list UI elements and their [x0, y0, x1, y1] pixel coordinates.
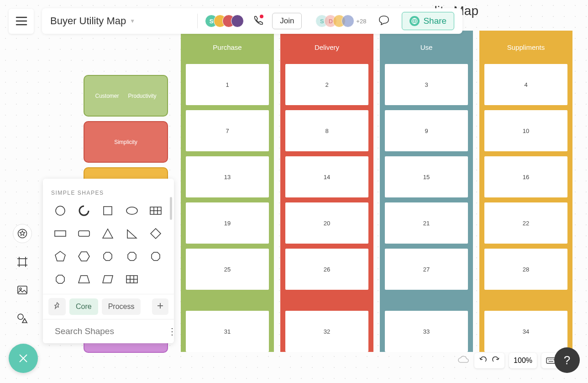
- add-library-button[interactable]: [152, 298, 168, 315]
- column-suppliments[interactable]: Suppliments 4 10 16 22 28 34: [479, 31, 572, 352]
- frame-tool-button[interactable]: [13, 252, 32, 271]
- grid-cell[interactable]: 15: [385, 156, 468, 197]
- avatar-overflow-count[interactable]: +28: [356, 18, 366, 25]
- pin-icon: [53, 302, 61, 309]
- share-label: Share: [423, 16, 446, 26]
- shapes-tool-button[interactable]: [13, 309, 32, 328]
- tab-core[interactable]: Core: [69, 298, 98, 315]
- close-icon: [18, 353, 28, 363]
- svg-rect-9: [18, 286, 27, 294]
- chat-bubble-icon: [378, 15, 390, 25]
- question-icon: ?: [564, 353, 570, 367]
- grid-cell[interactable]: 13: [186, 156, 269, 197]
- grid-cell[interactable]: 32: [285, 311, 368, 352]
- row-card-customer-productivity[interactable]: Customer Productivity: [84, 75, 168, 117]
- svg-rect-22: [79, 231, 89, 236]
- collaborator-avatars-secondary[interactable]: S D +28: [315, 15, 366, 27]
- shape-octagon-2[interactable]: [147, 248, 165, 265]
- shape-rounded-rectangle[interactable]: [75, 225, 93, 242]
- svg-point-10: [20, 288, 21, 290]
- grid-cell[interactable]: 7: [186, 110, 269, 151]
- shape-ellipse[interactable]: [123, 202, 141, 219]
- join-button[interactable]: Join: [272, 13, 302, 29]
- shape-search-input[interactable]: [55, 326, 163, 336]
- shape-search-menu-button[interactable]: ⋮: [168, 326, 176, 337]
- shape-square[interactable]: [99, 202, 117, 219]
- call-button[interactable]: [253, 15, 263, 27]
- column-delivery[interactable]: Delivery 2 8 14 20 26 32: [280, 31, 373, 352]
- undo-redo-group: [474, 353, 504, 368]
- shape-triangle[interactable]: [99, 225, 117, 242]
- shape-parallelogram[interactable]: [99, 271, 117, 287]
- shape-circle[interactable]: [51, 202, 69, 219]
- shape-diamond[interactable]: [147, 225, 165, 242]
- grid-cell[interactable]: 20: [285, 202, 368, 244]
- tab-process[interactable]: Process: [102, 298, 141, 315]
- shape-pentagon[interactable]: [51, 248, 69, 265]
- redo-button[interactable]: [492, 356, 500, 365]
- grid-cell[interactable]: 21: [385, 202, 468, 244]
- shapes-panel: SIMPLE SHAPES Core Process: [43, 179, 174, 343]
- avatar[interactable]: [341, 15, 354, 27]
- frame-icon: [16, 256, 28, 268]
- grid-cell[interactable]: 25: [186, 249, 269, 290]
- grid-cell[interactable]: 19: [186, 202, 269, 244]
- shape-arc[interactable]: [75, 202, 93, 219]
- column-header: Use: [380, 43, 473, 64]
- title-card: Buyer Utility Map ▼ S Join S D +28: [42, 8, 462, 34]
- close-panel-button[interactable]: [9, 344, 38, 373]
- shape-rectangle[interactable]: [51, 225, 69, 242]
- undo-button[interactable]: [479, 356, 487, 365]
- zoom-level[interactable]: 100%: [509, 353, 537, 368]
- row-label: Simplicity: [114, 139, 137, 145]
- avatar[interactable]: [231, 15, 244, 27]
- topbar: Buyer Utility Map ▼ S Join S D +28: [9, 8, 462, 34]
- svg-point-14: [56, 206, 65, 215]
- document-title-dropdown[interactable]: Buyer Utility Map ▼: [50, 15, 190, 27]
- row-card-simplicity[interactable]: Simplicity: [84, 121, 168, 163]
- shape-octagon-small[interactable]: [99, 248, 117, 265]
- shape-table[interactable]: [147, 202, 165, 219]
- grid-cell[interactable]: 33: [385, 311, 468, 352]
- favorites-tool-button[interactable]: [13, 224, 32, 243]
- undo-icon: [479, 356, 487, 363]
- grid-cell[interactable]: 4: [484, 64, 567, 105]
- grid-cell[interactable]: 3: [385, 64, 468, 105]
- shape-hexagon[interactable]: [75, 248, 93, 265]
- grid-cell[interactable]: 27: [385, 249, 468, 290]
- shape-octagon-3[interactable]: [51, 271, 69, 287]
- grid-cell[interactable]: 10: [484, 110, 567, 151]
- grid-cell[interactable]: 14: [285, 156, 368, 197]
- image-tool-button[interactable]: [13, 281, 32, 300]
- pin-button[interactable]: [48, 298, 66, 315]
- collaborator-avatars-primary[interactable]: S: [205, 15, 244, 27]
- shape-trapezoid[interactable]: [75, 271, 93, 287]
- divider: [197, 14, 198, 28]
- grid-cell[interactable]: 16: [484, 156, 567, 197]
- grid-cell[interactable]: 2: [285, 64, 368, 105]
- column-purchase[interactable]: Purchase 1 7 13 19 25 31: [181, 31, 274, 352]
- menu-button[interactable]: [9, 9, 34, 34]
- shape-grid[interactable]: [123, 271, 141, 287]
- sync-status[interactable]: [457, 355, 470, 367]
- grid-cell[interactable]: 28: [484, 249, 567, 290]
- grid-cell[interactable]: 34: [484, 311, 567, 352]
- shape-grid: [43, 202, 174, 294]
- grid-cell[interactable]: 22: [484, 202, 567, 244]
- grid-cell[interactable]: 26: [285, 249, 368, 290]
- svg-point-16: [126, 207, 137, 214]
- scrollbar-thumb[interactable]: [170, 197, 172, 220]
- shape-right-triangle[interactable]: [123, 225, 141, 242]
- help-button[interactable]: ?: [554, 347, 580, 373]
- plus-icon: [157, 303, 163, 309]
- share-button[interactable]: Share: [402, 12, 454, 30]
- column-header: Suppliments: [479, 43, 572, 64]
- comments-button[interactable]: [378, 15, 390, 27]
- grid-cell[interactable]: 8: [285, 110, 368, 151]
- grid-cell[interactable]: 31: [186, 311, 269, 352]
- shape-octagon[interactable]: [123, 248, 141, 265]
- shape-library-tabs: Core Process: [43, 294, 174, 319]
- column-use[interactable]: Use 3 9 15 21 27 33: [380, 31, 473, 352]
- grid-cell[interactable]: 1: [186, 64, 269, 105]
- grid-cell[interactable]: 9: [385, 110, 468, 151]
